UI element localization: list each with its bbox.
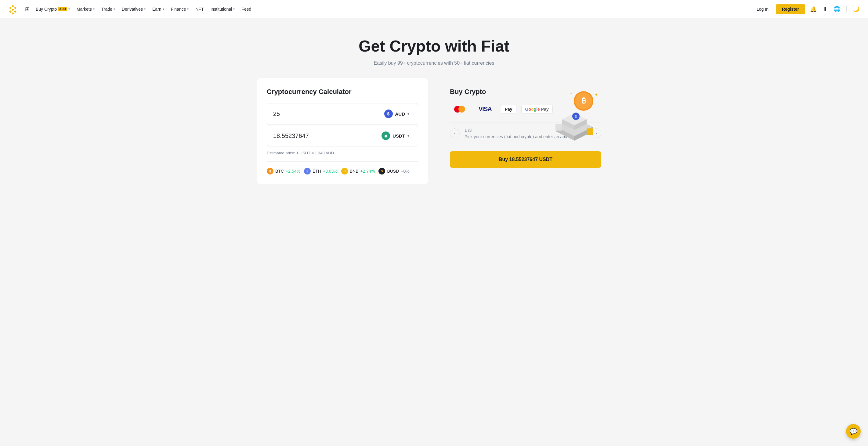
- nav-right: Log In Register 🔔 ⬇ 🌐 🌙: [753, 4, 861, 14]
- navbar: ⊞ Buy Crypto AUD ▾ Markets ▾ Trade ▾ Der…: [0, 0, 868, 18]
- applepay-logo-text: Pay: [505, 107, 513, 112]
- crypto-illustration: ₿ $ ✦ ✦: [544, 84, 605, 145]
- svg-text:₿: ₿: [582, 96, 586, 105]
- calculator-card: Cryptocurrency Calculator $ AUD ▾ ◆ USDT…: [257, 78, 428, 184]
- from-currency-label: AUD: [395, 112, 405, 117]
- svg-marker-6: [14, 10, 17, 13]
- aud-currency-icon: $: [384, 109, 393, 118]
- estimated-price: Estimated price: 1 USDT ≈ 1.348 AUD: [267, 147, 418, 162]
- svg-marker-5: [9, 10, 11, 13]
- buy-button[interactable]: Buy 18.55237647 USDT: [450, 151, 601, 168]
- hero-section: Get Crypto with Fiat Easily buy 99+ cryp…: [0, 18, 868, 78]
- grid-menu-button[interactable]: ⊞: [23, 4, 31, 14]
- bnb-change: +2.74%: [361, 169, 375, 173]
- svg-text:✦: ✦: [594, 92, 598, 97]
- login-button[interactable]: Log In: [753, 5, 772, 13]
- nav-item-trade[interactable]: Trade ▾: [98, 5, 118, 13]
- globe-icon[interactable]: 🌐: [832, 5, 841, 14]
- chevron-down-icon: ▾: [163, 7, 164, 11]
- svg-text:✦: ✦: [570, 92, 572, 95]
- crypto-tag-btc[interactable]: ₿ BTC +2.54%: [267, 168, 300, 174]
- svg-rect-14: [555, 124, 562, 131]
- nav-item-derivatives[interactable]: Derivatives ▾: [119, 5, 149, 13]
- crypto-tag-eth[interactable]: Ξ ETH +3.03%: [304, 168, 338, 174]
- dark-mode-toggle[interactable]: 🌙: [851, 5, 861, 14]
- chevron-down-icon: ▾: [233, 7, 235, 11]
- eth-change: +3.03%: [323, 169, 338, 173]
- mc-orange-circle: [458, 106, 465, 113]
- nav-item-earn[interactable]: Earn ▾: [149, 5, 167, 13]
- chevron-down-icon: ▾: [144, 7, 146, 11]
- svg-marker-7: [11, 12, 14, 14]
- eth-label: ETH: [313, 169, 321, 173]
- crypto-stack-svg: ₿ $ ✦ ✦: [544, 84, 605, 145]
- svg-marker-2: [9, 7, 11, 9]
- bnb-icon: B: [341, 168, 348, 174]
- calculator-title: Cryptocurrency Calculator: [267, 88, 418, 96]
- busd-icon: $: [378, 168, 385, 174]
- chevron-down-icon: ▾: [93, 7, 95, 11]
- crypto-tag-busd[interactable]: $ BUSD +0%: [378, 168, 409, 174]
- to-currency-chevron-icon: ▾: [407, 134, 409, 138]
- register-button[interactable]: Register: [776, 4, 805, 14]
- bnb-label: BNB: [350, 169, 359, 173]
- nav-item-feed[interactable]: Feed: [238, 5, 254, 13]
- crypto-tags: ₿ BTC +2.54% Ξ ETH +3.03% B BNB +2.74% $…: [267, 168, 418, 174]
- chat-button[interactable]: 💬: [846, 424, 861, 439]
- busd-change: +0%: [401, 169, 409, 173]
- from-currency-chevron-icon: ▾: [407, 112, 409, 116]
- notification-bell-icon[interactable]: 🔔: [809, 5, 818, 14]
- usdt-currency-icon: ◆: [381, 131, 390, 140]
- download-icon[interactable]: ⬇: [822, 5, 829, 14]
- nav-item-markets[interactable]: Markets ▾: [73, 5, 98, 13]
- from-amount-input[interactable]: [273, 110, 382, 118]
- svg-rect-15: [587, 128, 593, 135]
- main-content: Cryptocurrency Calculator $ AUD ▾ ◆ USDT…: [251, 78, 617, 202]
- btc-change: +2.54%: [286, 169, 300, 173]
- svg-marker-4: [11, 8, 14, 11]
- visa-payment-icon: VISA: [474, 103, 496, 115]
- hero-title: Get Crypto with Fiat: [6, 37, 862, 56]
- buy-crypto-card: Buy Crypto VISA Pay Google Pay: [440, 78, 611, 178]
- logo[interactable]: [7, 4, 18, 14]
- nav-item-buy-crypto[interactable]: Buy Crypto AUD ▾: [33, 5, 73, 13]
- chevron-down-icon: ▾: [68, 7, 70, 11]
- nav-item-finance[interactable]: Finance ▾: [168, 5, 192, 13]
- to-amount-input[interactable]: [273, 132, 379, 139]
- mastercard-logo: [454, 106, 465, 113]
- from-input-row: $ AUD ▾: [267, 103, 418, 124]
- nav-item-institutional[interactable]: Institutional ▾: [208, 5, 238, 13]
- btc-label: BTC: [275, 169, 284, 173]
- to-currency-selector[interactable]: ◆ USDT ▾: [379, 130, 412, 141]
- svg-marker-1: [11, 5, 14, 7]
- chevron-down-icon: ▾: [114, 7, 115, 11]
- eth-icon: Ξ: [304, 168, 311, 174]
- busd-label: BUSD: [387, 169, 399, 173]
- nav-item-nft[interactable]: NFT: [192, 5, 207, 13]
- nav-links: Buy Crypto AUD ▾ Markets ▾ Trade ▾ Deriv…: [33, 5, 752, 13]
- nav-divider: [846, 6, 847, 12]
- step-prev-button[interactable]: ‹: [450, 128, 460, 138]
- applepay-payment-icon: Pay: [501, 105, 517, 114]
- mastercard-payment-icon: [450, 103, 469, 115]
- btc-icon: ₿: [267, 168, 274, 174]
- hero-subtitle: Easily buy 99+ cryptocurrencies with 50+…: [6, 60, 862, 66]
- to-input-row: ◆ USDT ▾: [267, 125, 418, 147]
- visa-logo-text: VISA: [478, 105, 492, 113]
- svg-marker-3: [14, 7, 17, 9]
- crypto-tag-bnb[interactable]: B BNB +2.74%: [341, 168, 375, 174]
- to-currency-label: USDT: [393, 133, 405, 138]
- svg-text:$: $: [575, 115, 577, 118]
- chevron-down-icon: ▾: [187, 7, 189, 11]
- from-currency-selector[interactable]: $ AUD ▾: [382, 108, 412, 119]
- binance-logo-icon: [7, 4, 18, 14]
